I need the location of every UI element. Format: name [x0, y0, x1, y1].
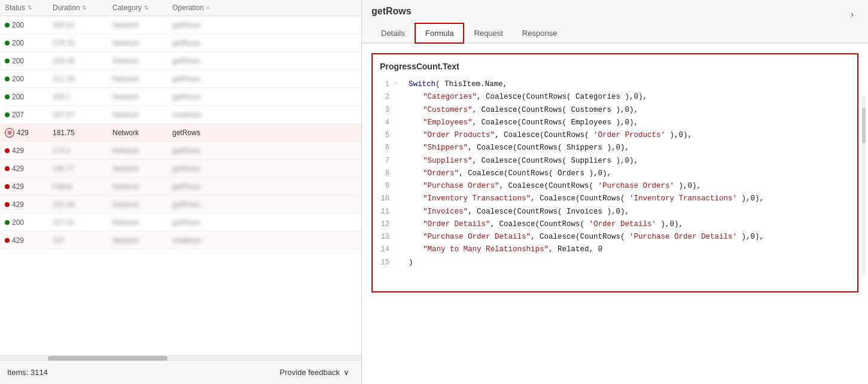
- status-cell: 429: [5, 182, 53, 191]
- chevron-down-icon: ∨: [343, 368, 349, 377]
- left-panel: Status ⇅ Duration ⇅ Category ⇅ Operation…: [0, 0, 362, 384]
- status-cell: 429: [5, 200, 53, 209]
- status-cell: 200: [5, 57, 53, 65]
- code-area: 1 − Switch( ThisItem.Name, 2 "Categories…: [380, 78, 850, 269]
- code-line: 14 "Many to Many Relationships", Related…: [380, 243, 850, 256]
- status-cell: 429: [5, 164, 53, 173]
- table-row[interactable]: 207 207.87 Network readlines: [0, 106, 361, 124]
- chevron-right-icon: ›: [851, 9, 854, 19]
- code-line: 4 "Employees", Coalesce(CountRows( Emplo…: [380, 117, 850, 129]
- table-header: Status ⇅ Duration ⇅ Category ⇅ Operation…: [0, 0, 361, 16]
- status-cell: 429: [5, 236, 53, 245]
- status-dot-success: [5, 77, 10, 81]
- table-row[interactable]: 429 146.77 Network getRows: [0, 160, 361, 178]
- code-line: 13 "Purchase Order Details", Coalesce(Co…: [380, 231, 850, 243]
- code-line: 7 "Suppliers", Coalesce(CountRows( Suppl…: [380, 155, 850, 167]
- right-header: getRows ›: [362, 0, 868, 23]
- code-line: 8 "Orders", Coalesce(CountRows( Orders )…: [380, 167, 850, 180]
- status-cell: 200: [5, 93, 53, 101]
- code-line: 9 "Purchase Orders", Coalesce(CountRows(…: [380, 180, 850, 193]
- feedback-button[interactable]: Provide feedback ∨: [275, 365, 354, 379]
- items-count: Items: 3114: [7, 368, 48, 377]
- status-cell: 207: [5, 111, 53, 119]
- table-row[interactable]: 200 200.1 Network getRows: [0, 88, 361, 106]
- table-body: 200 202.61 Network getRows 200 275.25 Ne…: [0, 16, 361, 351]
- status-cell: 200: [5, 39, 53, 47]
- table-row[interactable]: 200 202.61 Network getRows: [0, 16, 361, 34]
- status-dot-error: [5, 166, 10, 171]
- col-operation[interactable]: Operation ≡: [172, 4, 244, 12]
- code-line: 1 − Switch( ThisItem.Name,: [380, 78, 850, 91]
- vertical-scrollbar-track[interactable]: [862, 96, 866, 275]
- code-line: 5 "Order Products", Coalesce(CountRows( …: [380, 129, 850, 142]
- tab-formula[interactable]: Formula: [415, 23, 465, 44]
- code-line: 6 "Shippers", Coalesce(CountRows( Shippe…: [380, 142, 850, 154]
- formula-area: ProgressCount.Text 1 − Switch( ThisItem.…: [362, 44, 868, 384]
- status-dot-success: [5, 41, 10, 45]
- tab-response[interactable]: Response: [513, 24, 567, 44]
- table-row[interactable]: 429 201.49 Network getRows: [0, 196, 361, 214]
- table-row-selected[interactable]: ⊗ 429 181.75 Network getRows: [0, 124, 361, 142]
- table-row[interactable]: 200 217.41 Network getRows: [0, 214, 361, 231]
- status-cell: 200: [5, 75, 53, 83]
- table-row[interactable]: 200 275.25 Network getRows: [0, 34, 361, 52]
- status-dot-error: [5, 184, 10, 189]
- error-icon: ⊗: [5, 128, 14, 138]
- sort-icon-duration: ⇅: [82, 5, 87, 11]
- tab-details[interactable]: Details: [371, 24, 415, 44]
- status-cell: 200: [5, 21, 53, 29]
- code-line: 10 "Inventory Transactions", Coalesce(Co…: [380, 193, 850, 205]
- status-dot-error: [5, 238, 10, 243]
- tabs-row: Details Formula Request Response: [362, 23, 868, 44]
- col-duration[interactable]: Duration ⇅: [53, 4, 112, 12]
- horizontal-scrollbar-thumb[interactable]: [48, 356, 167, 361]
- sort-icon-status: ⇅: [28, 5, 32, 11]
- code-line: 15 ): [380, 257, 850, 269]
- status-cell: 200: [5, 218, 53, 227]
- status-dot-success: [5, 112, 10, 117]
- col-status[interactable]: Status ⇅: [5, 4, 53, 12]
- status-dot-success: [5, 23, 10, 28]
- sort-icon-category: ⇅: [144, 5, 149, 11]
- table-row[interactable]: 429 174.1 Network getRows: [0, 142, 361, 160]
- code-line: 11 "Invoices", Coalesce(CountRows( Invoi…: [380, 206, 850, 218]
- formula-box: ProgressCount.Text 1 − Switch( ThisItem.…: [371, 53, 858, 292]
- code-line: 12 "Order Details", Coalesce(CountRows( …: [380, 218, 850, 231]
- col-category[interactable]: Category ⇅: [112, 4, 172, 12]
- status-dot-error: [5, 202, 10, 207]
- formula-label: ProgressCount.Text: [380, 62, 850, 71]
- table-row[interactable]: 429 Failed Network getRows: [0, 178, 361, 196]
- status-dot-success: [5, 220, 10, 225]
- table-row[interactable]: 200 204.45 Network getRows: [0, 52, 361, 70]
- collapse-button[interactable]: ›: [846, 9, 858, 20]
- feedback-label: Provide feedback: [280, 368, 340, 377]
- right-panel-title: getRows: [371, 6, 412, 23]
- status-dot-error: [5, 148, 10, 153]
- tab-request[interactable]: Request: [464, 24, 512, 44]
- status-cell: 429: [5, 147, 53, 155]
- code-line: 3 "Customers", Coalesce(CountRows( Custo…: [380, 104, 850, 117]
- code-line: 2 "Categories", Coalesce(CountRows( Cate…: [380, 91, 850, 103]
- table-container: Status ⇅ Duration ⇅ Category ⇅ Operation…: [0, 0, 361, 355]
- bottom-bar: Items: 3114 Provide feedback ∨: [0, 360, 361, 384]
- fold-icon[interactable]: −: [394, 78, 404, 89]
- table-row[interactable]: 429 107 Network readlines: [0, 231, 361, 249]
- table-row[interactable]: 200 211.39 Network getRows: [0, 70, 361, 88]
- right-panel: getRows › Details Formula Request Respon…: [362, 0, 868, 384]
- vertical-scrollbar-thumb[interactable]: [862, 108, 866, 144]
- status-dot-success: [5, 59, 10, 63]
- sort-icon-operation: ≡: [206, 5, 209, 11]
- status-dot-success: [5, 95, 10, 99]
- status-cell-error: ⊗ 429: [5, 128, 53, 138]
- horizontal-scrollbar[interactable]: [0, 355, 361, 360]
